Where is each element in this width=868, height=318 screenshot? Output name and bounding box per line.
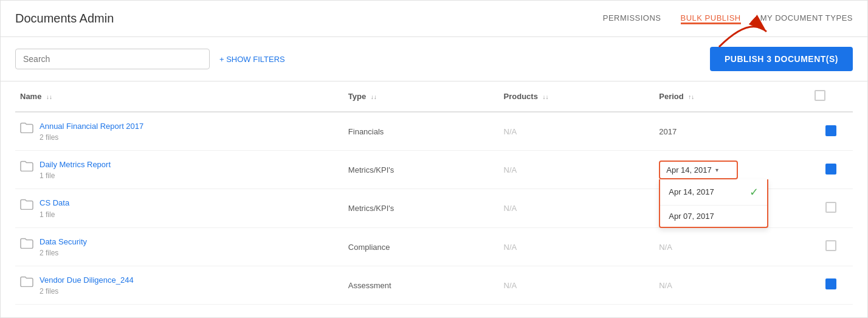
doc-files: 1 file <box>40 210 69 219</box>
folder-icon <box>20 276 33 290</box>
table-header-row: Name ↓ Type ↓ Products ↓ Period ↑ <box>15 81 853 112</box>
cell-type: Assessment <box>343 266 499 304</box>
cell-products: N/A <box>499 227 655 266</box>
row-checkbox[interactable] <box>825 202 836 213</box>
doc-name[interactable]: Annual Financial Report 2017 <box>40 121 143 132</box>
documents-table: Name ↓ Type ↓ Products ↓ Period ↑ <box>15 81 853 305</box>
cell-checkbox[interactable] <box>810 266 853 304</box>
cell-checkbox[interactable] <box>810 227 853 266</box>
doc-text: Vendor Due Diligence_244 2 files <box>40 275 134 296</box>
period-select-trigger[interactable]: Apr 14, 2017 ▾ <box>659 161 738 179</box>
doc-text: Annual Financial Report 2017 2 files <box>40 121 143 142</box>
selected-check-icon: ✓ <box>749 185 759 199</box>
sort-products-icon: ↓ <box>543 94 549 100</box>
folder-icon <box>20 199 33 213</box>
doc-text: CS Data 1 file <box>40 198 69 218</box>
doc-name[interactable]: Vendor Due Diligence_244 <box>40 275 134 286</box>
cell-period[interactable]: Apr 14, 2017 ▾ Apr 14, 2017 ✓ Apr 07, 20… <box>654 151 810 189</box>
header: Documents Admin PERMISSIONS BULK PUBLISH… <box>1 1 867 37</box>
show-filters-button[interactable]: + SHOW FILTERS <box>219 55 285 64</box>
col-header-name[interactable]: Name ↓ <box>15 81 343 112</box>
doc-name[interactable]: Data Security <box>40 237 87 247</box>
doc-info: Annual Financial Report 2017 2 files <box>20 121 339 142</box>
doc-name[interactable]: Daily Metrics Report <box>40 159 111 170</box>
doc-name[interactable]: CS Data <box>40 198 69 209</box>
period-dropdown-menu: Apr 14, 2017 ✓ Apr 07, 2017 <box>659 179 768 228</box>
doc-files: 2 files <box>40 287 134 296</box>
folder-icon <box>20 238 33 252</box>
doc-text: Daily Metrics Report 1 file <box>40 159 111 180</box>
cell-name: Data Security 2 files <box>15 227 343 266</box>
doc-info: Vendor Due Diligence_244 2 files <box>20 275 339 296</box>
cell-period: 2017 <box>654 112 810 151</box>
table-section: Name ↓ Type ↓ Products ↓ Period ↑ <box>1 81 867 317</box>
cell-name: CS Data 1 file <box>15 189 343 227</box>
doc-text: Data Security 2 files <box>40 237 87 257</box>
period-option-1[interactable]: Apr 14, 2017 ✓ <box>660 179 767 206</box>
toolbar: + SHOW FILTERS PUBLISH 3 DOCUMENT(S) <box>1 37 867 81</box>
cell-type: Metrics/KPI's <box>343 189 499 227</box>
cell-checkbox[interactable] <box>810 189 853 227</box>
cell-products: N/A <box>499 151 655 189</box>
toolbar-left: + SHOW FILTERS <box>15 49 285 69</box>
nav-my-document-types[interactable]: MY DOCUMENT TYPES <box>760 13 853 24</box>
header-nav: PERMISSIONS BULK PUBLISH MY DOCUMENT TYP… <box>603 13 853 24</box>
folder-icon <box>20 161 33 175</box>
table-row: Daily Metrics Report 1 file Metrics/KPI'… <box>15 151 853 189</box>
cell-name: Annual Financial Report 2017 2 files <box>15 112 343 151</box>
period-dropdown[interactable]: Apr 14, 2017 ▾ Apr 14, 2017 ✓ Apr 07, 20… <box>659 161 738 179</box>
nav-permissions[interactable]: PERMISSIONS <box>603 13 661 24</box>
doc-info: Data Security 2 files <box>20 237 339 257</box>
cell-type: Financials <box>343 112 499 151</box>
app-title: Documents Admin <box>15 12 114 26</box>
publish-button[interactable]: PUBLISH 3 DOCUMENT(S) <box>710 47 853 71</box>
row-checkbox[interactable] <box>825 125 836 136</box>
sort-period-icon: ↑ <box>688 94 694 100</box>
doc-files: 2 files <box>40 133 143 142</box>
cell-products: N/A <box>499 112 655 151</box>
table-row: Annual Financial Report 2017 2 files Fin… <box>15 112 853 151</box>
col-header-type[interactable]: Type ↓ <box>343 81 499 112</box>
chevron-down-icon: ▾ <box>715 167 718 173</box>
cell-period: N/A <box>654 227 810 266</box>
col-header-products[interactable]: Products ↓ <box>499 81 655 112</box>
search-input[interactable] <box>15 49 210 69</box>
row-checkbox[interactable] <box>825 240 836 251</box>
cell-name: Vendor Due Diligence_244 2 files <box>15 266 343 304</box>
cell-type: Metrics/KPI's <box>343 151 499 189</box>
cell-type: Compliance <box>343 227 499 266</box>
doc-files: 2 files <box>40 249 87 257</box>
doc-info: CS Data 1 file <box>20 198 339 218</box>
cell-checkbox[interactable] <box>810 112 853 151</box>
col-header-period[interactable]: Period ↑ <box>654 81 810 112</box>
table-row: Vendor Due Diligence_244 2 files Assessm… <box>15 266 853 304</box>
cell-checkbox[interactable] <box>810 151 853 189</box>
nav-bulk-publish[interactable]: BULK PUBLISH <box>681 13 741 24</box>
doc-info: Daily Metrics Report 1 file <box>20 159 339 180</box>
cell-name: Daily Metrics Report 1 file <box>15 151 343 189</box>
sort-type-icon: ↓ <box>371 94 377 100</box>
cell-products: N/A <box>499 266 655 304</box>
cell-period: N/A <box>654 266 810 304</box>
select-all-checkbox[interactable] <box>815 90 825 101</box>
table-row: Data Security 2 files Compliance N/A N/A <box>15 227 853 266</box>
period-option-2[interactable]: Apr 07, 2017 <box>660 206 767 227</box>
col-header-checkbox[interactable] <box>810 81 853 112</box>
row-checkbox[interactable] <box>825 164 836 175</box>
sort-name-icon: ↓ <box>46 94 52 100</box>
folder-icon <box>20 122 33 136</box>
cell-products: N/A <box>499 189 655 227</box>
row-checkbox[interactable] <box>825 278 836 289</box>
app-container: Documents Admin PERMISSIONS BULK PUBLISH… <box>0 0 868 318</box>
doc-files: 1 file <box>40 171 111 180</box>
arrow-annotation: PUBLISH 3 DOCUMENT(S) <box>710 47 853 71</box>
